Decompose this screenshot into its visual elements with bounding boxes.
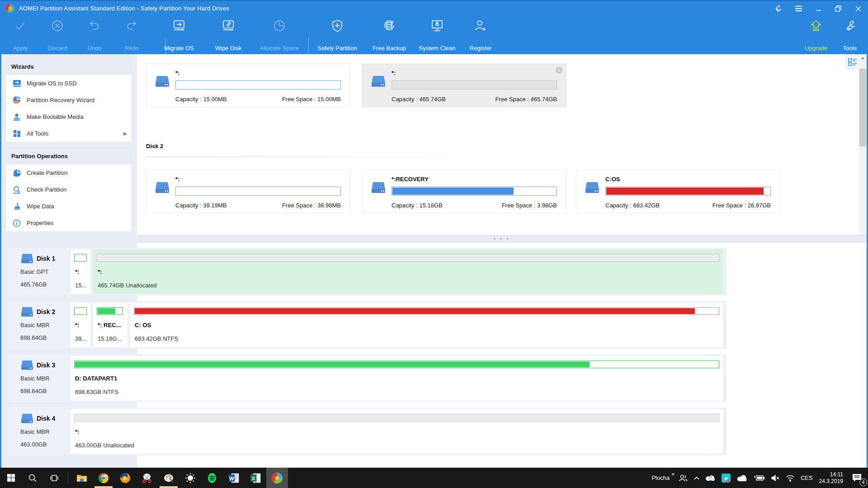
partition-card[interactable]: *: Capacity : 15.00MB Free Space : 15.00…: [146, 64, 350, 107]
disk-row-1: Disk 1 Basic GPT 465.76GB *: 15... *: 46…: [9, 248, 726, 296]
partition-size: 39...: [75, 335, 86, 342]
drive-icon: [20, 413, 34, 425]
sidebar-item-wipe-data[interactable]: Wipe Data: [6, 198, 132, 215]
redo-button[interactable]: Redo: [107, 19, 156, 52]
notification-center-button[interactable]: 4: [848, 468, 865, 488]
start-button[interactable]: [0, 468, 22, 488]
list-view-toggle-icon[interactable]: [846, 55, 859, 69]
safely-partition-button[interactable]: Safely Partition: [312, 19, 362, 52]
register-button[interactable]: Register: [456, 19, 505, 52]
vertical-scrollbar[interactable]: ▲ ▼: [859, 54, 867, 243]
sidebar-item-create-partition[interactable]: Create Partition: [6, 164, 132, 181]
restore-icon[interactable]: [828, 1, 848, 16]
disk-group-label: Disk 2: [146, 143, 163, 150]
sidebar-item-migrate-os-to-ssd[interactable]: Migrate OS to SSD: [6, 75, 132, 92]
sidebar-item-check-partition[interactable]: Check Partition: [6, 181, 132, 198]
partition-card[interactable]: C:OS Capacity : 683.42GB Free Space : 26…: [576, 170, 780, 213]
capacity-label: Capacity : 15.00MB: [175, 96, 226, 103]
partition-card[interactable]: *:RECOVERY Capacity : 15.18GB Free Space…: [362, 170, 566, 213]
sidebar-item-properties[interactable]: Properties: [6, 215, 132, 231]
sidebar-item-label: Properties: [27, 220, 53, 226]
battery-icon[interactable]: [752, 468, 766, 488]
sun-app-button[interactable]: [179, 468, 201, 488]
partition-cell[interactable]: *: REC... 15.18G...: [93, 303, 127, 347]
system-clean-button[interactable]: System Clean: [412, 19, 462, 52]
partition-card-selected[interactable]: *: Capacity : 465.74GB Free Space : 465.…: [362, 64, 566, 107]
desktop-toolbar[interactable]: Plocha »: [650, 468, 674, 488]
word-button[interactable]: W: [223, 468, 245, 488]
partition-cell[interactable]: C: OS 683.42GB NTFS: [130, 303, 723, 347]
partition-label: D: DATAPART1: [75, 375, 117, 382]
usage-bar: [97, 307, 123, 315]
volume-muted-icon[interactable]: [769, 468, 781, 488]
language-indicator[interactable]: CES: [799, 468, 814, 488]
drive-icon: [20, 360, 34, 371]
paint-button[interactable]: [158, 468, 179, 488]
chrome-button[interactable]: [93, 468, 114, 488]
desktop: AOMEI Partition Assistant Standard Editi…: [0, 0, 868, 488]
refresh-icon[interactable]: [769, 1, 788, 16]
sidebar-item-all-tools[interactable]: All Tools ▶: [6, 125, 132, 142]
wrench-icon: [843, 19, 857, 33]
partition-cell[interactable]: D: DATAPART1 698.63GB NTFS: [71, 356, 723, 400]
usage-bar: [175, 80, 341, 89]
partition-label: C: OS: [135, 322, 151, 328]
firefox-button[interactable]: [114, 468, 136, 488]
menu-icon[interactable]: [788, 1, 808, 16]
allocate-space-button[interactable]: Allocate Space: [255, 19, 304, 52]
usage-bar: [392, 80, 557, 89]
people-icon[interactable]: [677, 468, 689, 488]
partition-label: *:: [75, 322, 79, 328]
partition-cell[interactable]: *: 39...: [71, 303, 90, 347]
partition-size: 698.63GB NTFS: [75, 389, 118, 395]
partition-name: C:OS: [605, 176, 620, 183]
pie-plus-icon: [12, 169, 21, 178]
free-backup-button[interactable]: Free Backup: [364, 19, 414, 52]
sidebar-item-partition-recovery-wizard[interactable]: Partition Recovery Wizard: [6, 92, 132, 108]
drive-icon: [20, 306, 34, 318]
partition-size: 15...: [75, 282, 86, 289]
usage-bar: [605, 187, 771, 196]
sidebar-item-label: All Tools: [27, 130, 48, 137]
disk-name: Disk 1: [37, 255, 55, 262]
excel-icon: X: [250, 473, 261, 483]
partition-name: *:: [392, 70, 396, 76]
free-space-label: Free Space : 15.00MB: [282, 96, 341, 103]
running-indicator: [160, 486, 178, 488]
minimize-icon[interactable]: [808, 1, 828, 16]
partition-name: *:: [175, 70, 179, 76]
sidebar-item-label: Wipe Data: [27, 203, 54, 210]
excel-button[interactable]: X: [245, 468, 266, 488]
info-icon[interactable]: i: [556, 67, 562, 74]
scroll-up-icon[interactable]: ▲: [859, 54, 867, 61]
sun-icon: [185, 473, 196, 483]
cloud-sync-icon[interactable]: [704, 468, 717, 488]
snipping-tool-button[interactable]: [136, 468, 158, 488]
partition-cell[interactable]: *: 15...: [71, 249, 90, 294]
sidebar-item-make-bootable-media[interactable]: Make Bootable Media: [6, 108, 132, 125]
task-view-button[interactable]: [43, 468, 65, 488]
file-explorer-button[interactable]: [71, 468, 93, 488]
clock[interactable]: 14:11 24.3.2019: [817, 468, 845, 488]
close-icon[interactable]: [848, 1, 868, 16]
scrollbar-thumb[interactable]: [859, 69, 866, 146]
partition-cell-selected[interactable]: *: 465.74GB Unallocated: [93, 249, 723, 294]
hidden-icons-chevron[interactable]: [692, 468, 701, 488]
window-title: AOMEI Partition Assistant Standard Editi…: [19, 5, 229, 12]
aomei-taskbar-button[interactable]: [266, 468, 288, 488]
toolbar-expand-icon: »: [671, 471, 675, 477]
panel-splitter[interactable]: • • •: [137, 235, 867, 243]
tools-button[interactable]: Tools: [825, 19, 868, 52]
wipe-disk-button[interactable]: Wipe Disk: [203, 19, 253, 52]
wifi-icon[interactable]: [784, 468, 796, 488]
partition-name: *:RECOVERY: [392, 176, 429, 183]
partition-card[interactable]: *: Capacity : 39.19MB Free Space : 38.98…: [146, 170, 350, 213]
drive-icon: [20, 253, 34, 265]
taskbar-search-button[interactable]: [22, 468, 43, 488]
onedrive-icon[interactable]: [735, 468, 749, 488]
aomei-icon: [271, 472, 283, 484]
migrate-os-button[interactable]: Migrate OS: [154, 19, 204, 52]
partition-cell[interactable]: *: 463.00GB Unallocated: [71, 409, 723, 454]
eset-antivirus-icon[interactable]: e!: [720, 468, 732, 488]
spotify-button[interactable]: [201, 468, 223, 488]
